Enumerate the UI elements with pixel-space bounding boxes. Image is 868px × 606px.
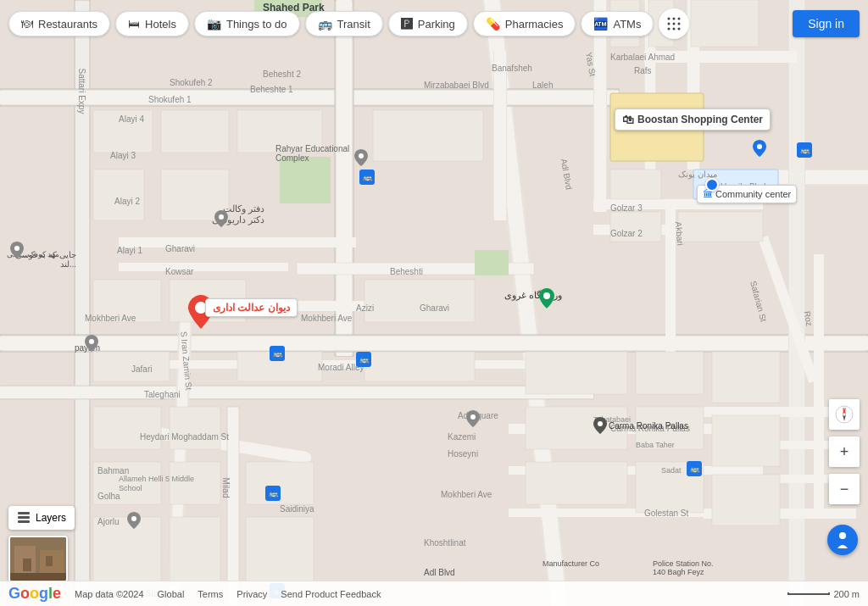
svg-rect-23 — [494, 51, 506, 220]
location-thumb-image — [10, 537, 68, 582]
privacy-link[interactable]: Privacy — [236, 589, 267, 599]
pharmacies-label: Pharmacies — [505, 18, 564, 31]
svg-point-91 — [89, 339, 94, 344]
top-bar: 🍽 Restaurants 🛏 Hotels 📷 Things to do 🚌 … — [0, 8, 868, 39]
svg-rect-118 — [23, 559, 31, 571]
svg-point-103 — [678, 23, 681, 25]
farzandeh-marker[interactable] — [539, 288, 554, 312]
svg-rect-74 — [526, 352, 627, 394]
svg-point-95 — [14, 246, 19, 251]
svg-rect-55 — [237, 110, 322, 153]
svg-rect-59 — [93, 352, 170, 381]
svg-rect-62 — [364, 352, 475, 381]
map-container[interactable]: Shahed Park Sattari Expy Shokufeh 2 Shok… — [0, 0, 868, 606]
svg-rect-49 — [475, 250, 509, 275]
divan-callout[interactable]: دیوان عدالت اداری — [205, 298, 298, 317]
boostan-marker[interactable]: 🛍 Boostan Shopping Center — [615, 108, 771, 131]
svg-rect-45 — [665, 203, 676, 373]
svg-rect-73 — [678, 212, 763, 242]
allameh-marker[interactable] — [127, 512, 141, 532]
svg-rect-80 — [712, 352, 780, 403]
pharmacies-button[interactable]: 💊 Pharmacies — [473, 11, 576, 36]
bottom-bar: Google Map data ©2024 Global Terms Priva… — [0, 581, 868, 606]
transit-label: Transit — [337, 18, 370, 31]
svg-point-88 — [470, 414, 476, 420]
svg-rect-112 — [18, 512, 30, 514]
svg-rect-61 — [364, 280, 475, 322]
restaurants-button[interactable]: 🍽 Restaurants — [8, 11, 110, 36]
atms-button[interactable]: 🏧 ATMs — [581, 11, 654, 36]
location-thumbnail[interactable] — [8, 536, 68, 582]
adlsquare-marker[interactable] — [466, 410, 480, 431]
svg-rect-51 — [93, 110, 153, 153]
svg-point-87 — [598, 421, 603, 426]
compass-button[interactable]: N — [829, 399, 860, 430]
things-icon: 📷 — [207, 17, 221, 31]
transit-icon-3: 🚌 — [687, 461, 702, 476]
svg-point-102 — [673, 23, 676, 25]
svg-rect-53 — [93, 170, 144, 220]
zoom-in-button[interactable]: + — [829, 436, 860, 467]
meidan-marker[interactable] — [705, 178, 719, 192]
svg-rect-82 — [712, 475, 780, 525]
svg-point-94 — [219, 214, 224, 220]
svg-point-104 — [668, 28, 670, 31]
parking-button[interactable]: 🅿 Parking — [388, 11, 468, 36]
daftar-marker[interactable] — [214, 210, 228, 231]
svg-point-89 — [543, 292, 550, 299]
svg-point-105 — [673, 28, 676, 31]
svg-point-100 — [678, 18, 681, 20]
parking-label: Parking — [418, 18, 455, 31]
transit-icon-6: 🚌 — [359, 170, 375, 185]
google-logo: Google — [8, 585, 61, 603]
carma-marker[interactable]: Carma Ronika Pallas — [593, 417, 688, 434]
feedback-link[interactable]: Send Product Feedback — [281, 589, 381, 599]
scale-label: 200 m — [833, 589, 860, 599]
svg-rect-36 — [644, 51, 797, 63]
boostan-pin[interactable] — [753, 140, 766, 160]
hotels-label: Hotels — [145, 18, 176, 31]
scale-bar: 200 m — [787, 589, 860, 599]
svg-rect-71 — [610, 170, 661, 199]
transit-icon-5: 🚌 — [356, 352, 371, 367]
mahdkoodak-marker[interactable] — [10, 242, 24, 262]
svg-rect-18 — [119, 237, 356, 247]
transit-button[interactable]: 🚌 Transit — [305, 11, 383, 36]
apps-button[interactable] — [659, 8, 689, 39]
rahyar-marker[interactable] — [354, 149, 368, 170]
pegman-button[interactable] — [827, 525, 858, 555]
svg-point-98 — [668, 18, 670, 20]
svg-rect-119 — [46, 556, 53, 566]
layers-icon — [17, 511, 31, 525]
grid-icon — [666, 16, 682, 31]
svg-point-99 — [673, 18, 676, 20]
things-to-do-button[interactable]: 📷 Things to do — [194, 11, 300, 36]
svg-rect-11 — [0, 386, 593, 398]
svg-rect-57 — [93, 280, 161, 322]
hotels-button[interactable]: 🛏 Hotels — [115, 11, 189, 36]
layers-button[interactable]: Layers — [8, 506, 75, 530]
payam-marker[interactable] — [85, 335, 98, 355]
svg-rect-66 — [170, 462, 220, 504]
svg-rect-56 — [373, 110, 483, 161]
svg-rect-76 — [526, 462, 627, 504]
svg-rect-77 — [636, 352, 704, 394]
global-link[interactable]: Global — [158, 589, 185, 599]
transit-icon: 🚌 — [318, 17, 332, 31]
pegman-icon — [834, 531, 851, 548]
zoom-out-button[interactable]: − — [829, 474, 860, 504]
terms-link[interactable]: Terms — [198, 589, 223, 599]
svg-point-96 — [359, 153, 364, 158]
svg-rect-5 — [0, 91, 619, 104]
hotels-icon: 🛏 — [128, 17, 140, 31]
svg-rect-46 — [814, 254, 824, 509]
svg-rect-114 — [18, 520, 30, 523]
restaurants-label: Restaurants — [38, 18, 97, 31]
svg-rect-63 — [93, 407, 161, 449]
atms-icon: 🏧 — [593, 17, 608, 31]
sign-in-button[interactable]: Sign in — [793, 10, 860, 37]
svg-point-111 — [839, 532, 846, 539]
layers-label: Layers — [36, 512, 66, 524]
svg-rect-9 — [0, 336, 868, 350]
compass-icon: N — [835, 405, 854, 424]
